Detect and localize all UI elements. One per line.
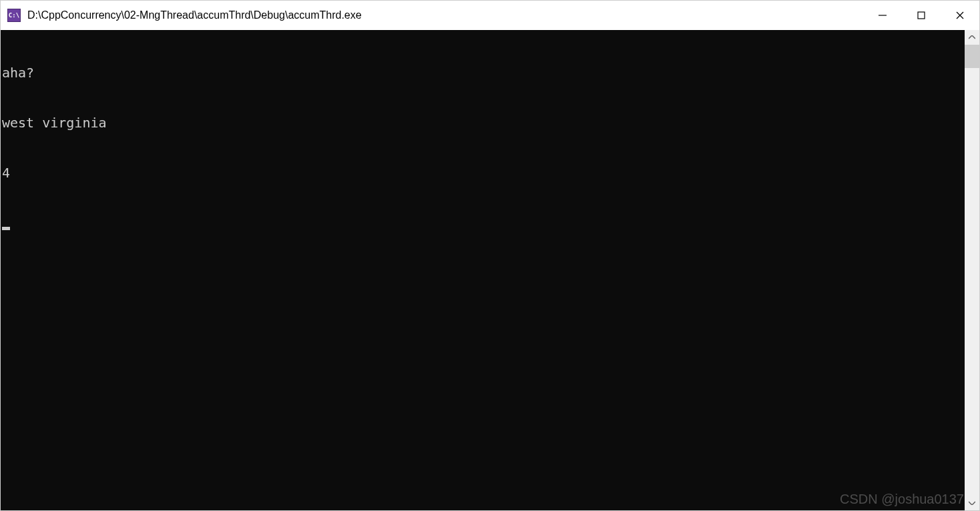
- close-icon: [955, 11, 965, 20]
- console-line: west virginia: [2, 115, 965, 131]
- svg-rect-1: [918, 12, 925, 19]
- vertical-scrollbar[interactable]: [965, 30, 979, 510]
- chevron-down-icon: [969, 501, 975, 505]
- console-cursor-line: [2, 215, 965, 231]
- chevron-up-icon: [969, 35, 975, 39]
- window-title: D:\CppConcurrency\02-MngThread\accumThrd…: [27, 9, 863, 21]
- console-window: C:\ D:\CppConcurrency\02-MngThread\accum…: [0, 0, 980, 511]
- minimize-button[interactable]: [863, 1, 902, 30]
- console-line: aha?: [2, 65, 965, 81]
- console-output[interactable]: aha? west virginia 4: [1, 30, 965, 510]
- scroll-thumb[interactable]: [965, 45, 979, 68]
- maximize-icon: [917, 11, 926, 20]
- titlebar[interactable]: C:\ D:\CppConcurrency\02-MngThread\accum…: [1, 1, 979, 30]
- close-button[interactable]: [941, 1, 979, 30]
- console-area: aha? west virginia 4: [1, 30, 979, 510]
- scroll-down-button[interactable]: [965, 496, 979, 510]
- console-line: 4: [2, 165, 965, 181]
- maximize-button[interactable]: [902, 1, 941, 30]
- scroll-up-button[interactable]: [965, 30, 979, 45]
- scroll-track[interactable]: [965, 45, 979, 496]
- window-controls: [863, 1, 979, 30]
- minimize-icon: [878, 11, 887, 20]
- cursor: [2, 227, 10, 230]
- app-icon: C:\: [7, 9, 21, 22]
